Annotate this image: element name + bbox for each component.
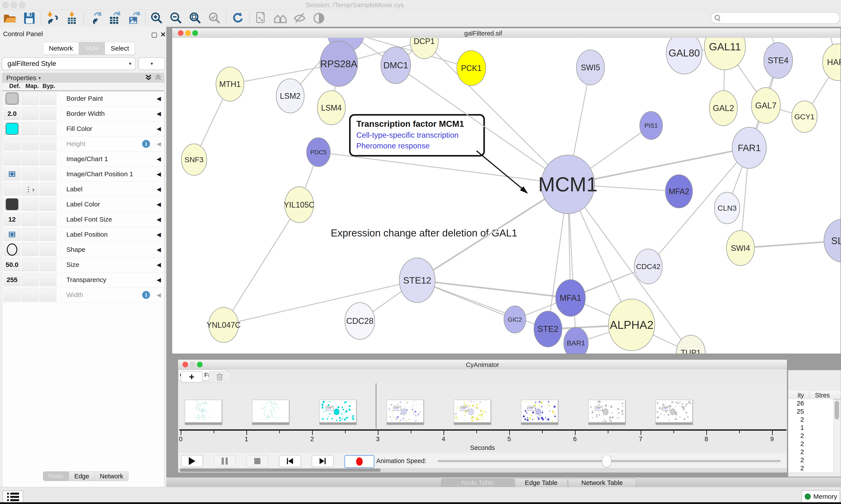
byp-cell[interactable] <box>40 273 56 286</box>
map-cell[interactable] <box>22 289 38 301</box>
info-icon[interactable]: i <box>142 291 150 299</box>
table-row[interactable]: 25 <box>788 407 833 415</box>
network-window-titlebar[interactable]: galFiltered.sif <box>172 28 841 38</box>
table-row[interactable]: 2 <box>788 432 833 439</box>
scrollbar-thumb[interactable] <box>835 401 839 419</box>
table-scrollbar[interactable] <box>834 401 839 473</box>
tab-select[interactable]: Select <box>105 42 135 55</box>
network-canvas[interactable]: Transcription factor MCM1 Cell-type-spec… <box>172 38 841 354</box>
tab-network[interactable]: Network <box>43 42 79 55</box>
play-button[interactable] <box>181 455 203 467</box>
def-cell[interactable] <box>4 289 20 301</box>
property-row-label-color[interactable]: Label Color◀ <box>2 197 164 212</box>
property-row-border-width[interactable]: 2.0Border Width◀ <box>2 106 164 121</box>
property-row-shape[interactable]: Shape◀ <box>2 242 164 257</box>
map-cell[interactable] <box>22 198 38 211</box>
property-row-label-font-size[interactable]: 12Label Font Size◀ <box>2 212 164 227</box>
export-network-button[interactable] <box>87 11 103 25</box>
add-frame-button[interactable]: + <box>181 371 202 382</box>
byp-cell[interactable] <box>40 183 56 196</box>
tab-node[interactable]: Node <box>43 472 69 481</box>
memory-button[interactable]: Memory <box>802 490 840 503</box>
byp-cell[interactable] <box>40 107 56 120</box>
table-row[interactable]: 2 <box>788 439 833 448</box>
property-row-border-paint[interactable]: Border Paint◀ <box>2 91 164 106</box>
window-zoom-icon[interactable] <box>19 2 25 8</box>
byp-cell[interactable] <box>40 168 56 180</box>
expand-row-icon[interactable]: ◀ <box>157 216 161 223</box>
zoom-out-button[interactable] <box>168 11 184 25</box>
expand-row-icon[interactable]: ◀ <box>157 292 161 299</box>
style-options-button[interactable]: ▾ <box>139 57 165 70</box>
map-cell[interactable] <box>22 92 38 105</box>
zoom-fit-button[interactable] <box>187 11 203 25</box>
style-selector[interactable]: galFiltered Style ▾ <box>2 57 136 70</box>
home-button[interactable] <box>272 11 288 25</box>
task-history-button[interactable] <box>3 491 23 503</box>
tab-style[interactable]: Style <box>79 42 105 55</box>
table-row[interactable]: 2 <box>788 464 833 472</box>
property-row-label-position[interactable]: Label Position◀ <box>2 227 164 242</box>
def-cell[interactable]: 50.0 <box>4 258 20 271</box>
map-cell[interactable] <box>22 122 38 135</box>
map-cell[interactable] <box>22 152 38 165</box>
property-row-height[interactable]: Heighti◀ <box>2 137 164 151</box>
byp-cell[interactable] <box>40 198 56 211</box>
property-row-image-chart-1[interactable]: Image/Chart 1◀ <box>2 151 164 167</box>
pause-button[interactable] <box>214 455 236 467</box>
stop-button[interactable] <box>246 455 268 467</box>
byp-cell[interactable] <box>40 243 56 256</box>
property-row-image-chart-position-1[interactable]: Image/Chart Position 1◀ <box>2 167 164 182</box>
network-snapshot-button[interactable] <box>253 11 269 25</box>
map-cell[interactable] <box>22 258 38 271</box>
tab-edge[interactable]: Edge <box>69 472 95 481</box>
save-session-button[interactable] <box>21 11 37 25</box>
property-row-size[interactable]: 50.0Size◀ <box>2 257 164 272</box>
expand-row-icon[interactable]: ◀ <box>157 231 161 238</box>
map-cell[interactable] <box>22 228 38 241</box>
search-input[interactable] <box>711 12 840 24</box>
map-cell[interactable] <box>22 243 38 256</box>
table-column-stress[interactable]: Stres <box>815 392 830 399</box>
table-column-ity[interactable]: ity <box>788 392 804 399</box>
export-image-button[interactable] <box>126 11 142 25</box>
cyanimator-titlebar[interactable]: CyAnimator <box>178 360 787 370</box>
window-minimize-icon[interactable] <box>11 2 17 8</box>
expand-row-icon[interactable]: ◀ <box>157 110 161 117</box>
map-cell[interactable] <box>22 107 38 120</box>
table-row[interactable]: 26 <box>788 399 833 407</box>
column-divider[interactable] <box>809 392 809 398</box>
expand-row-icon[interactable]: ◀ <box>157 186 161 193</box>
timeline-scrollbar[interactable] <box>178 468 787 472</box>
expand-row-icon[interactable]: ◀ <box>157 201 161 208</box>
collapse-all-icon[interactable] <box>155 74 161 82</box>
tab-node-table[interactable]: Node Table <box>441 479 514 487</box>
window-close-icon[interactable] <box>2 2 9 8</box>
def-cell[interactable] <box>4 183 20 196</box>
expand-row-icon[interactable]: ◀ <box>157 156 161 162</box>
tab-network-bottom[interactable]: Network <box>95 472 128 481</box>
map-cell[interactable] <box>22 138 38 150</box>
byp-cell[interactable] <box>40 122 56 135</box>
record-button[interactable] <box>344 455 375 468</box>
map-cell[interactable] <box>22 273 38 286</box>
scrollbar-thumb[interactable] <box>180 469 381 472</box>
def-cell[interactable] <box>4 138 20 150</box>
import-network-button[interactable] <box>45 11 60 25</box>
byp-cell[interactable] <box>40 258 56 271</box>
table-row[interactable]: 1 <box>788 424 833 432</box>
frame-thumbnail-7[interactable] <box>588 400 625 425</box>
expand-row-icon[interactable]: ◀ <box>157 246 161 253</box>
info-icon[interactable]: i <box>142 140 150 148</box>
map-cell[interactable] <box>22 168 38 180</box>
toggle-contrast-button[interactable] <box>311 11 327 25</box>
table-row[interactable]: 2 <box>788 415 833 424</box>
expand-row-icon[interactable]: ◀ <box>157 125 161 132</box>
hide-panels-button[interactable] <box>292 11 307 25</box>
byp-cell[interactable] <box>40 228 56 241</box>
def-cell[interactable] <box>4 92 20 105</box>
def-cell[interactable]: 2.0 <box>4 107 20 120</box>
property-row-transparency[interactable]: 255Transparency◀ <box>2 272 164 287</box>
expand-row-icon[interactable]: ◀ <box>157 276 161 283</box>
def-cell[interactable] <box>4 122 20 135</box>
